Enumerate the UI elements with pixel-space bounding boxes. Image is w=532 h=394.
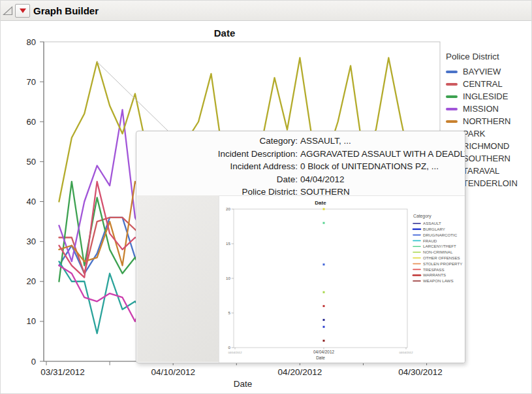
mini-legend-label: WARRANTS — [423, 272, 446, 277]
x-axis-title: Date — [234, 379, 253, 389]
legend-swatch — [446, 71, 458, 73]
tooltip-graphlet-panel: Date0510152004/04/201204/04/201204/04/20… — [219, 195, 465, 363]
mini-y-tick-label: 0 — [228, 345, 231, 350]
legend-swatch — [446, 120, 458, 123]
mini-legend-label: STOLEN PROPERTY — [423, 261, 462, 266]
legend-swatch — [446, 83, 458, 86]
tooltip-row-date: Date: 04/04/2012 — [136, 173, 465, 186]
y-tick-label: 30 — [27, 237, 36, 246]
mini-point-other-offenses[interactable] — [323, 208, 325, 210]
mini-point-drug-narcotic[interactable] — [323, 263, 325, 265]
mini-legend-label: TRESPASS — [423, 267, 445, 272]
x-tick-label: 04/30/2012 — [398, 367, 443, 377]
legend-label: CENTRAL — [463, 79, 503, 89]
mini-point-assault[interactable] — [323, 319, 325, 321]
mini-legend-label: WEAPON LAWS — [423, 278, 454, 283]
legend-item-central[interactable]: CENTRAL — [446, 78, 518, 90]
legend-item-northern[interactable]: NORTHERN — [446, 115, 518, 127]
mini-y-tick-label: 20 — [226, 206, 230, 211]
mini-y-tick-label: 10 — [226, 276, 230, 280]
chart-title: Date — [214, 27, 236, 39]
mini-y-tick-label: 5 — [228, 310, 231, 315]
mini-point-burglary[interactable] — [323, 326, 325, 328]
y-tick-label: 40 — [27, 197, 36, 206]
legend-label: NORTHERN — [463, 116, 510, 126]
legend-label: INGLESIDE — [463, 91, 508, 101]
y-tick-label: 20 — [27, 276, 36, 286]
mini-x-tick-label: 04/04/2012 — [228, 351, 243, 354]
y-tick-label: 0 — [31, 357, 36, 367]
mini-legend-label: BURGLARY — [423, 227, 445, 231]
collapse-triangle-icon[interactable] — [2, 5, 14, 16]
y-tick-label: 70 — [27, 77, 36, 87]
legend-label: MISSION — [463, 104, 499, 114]
mini-point-warrants[interactable] — [323, 305, 325, 307]
mini-chart: Date0510152004/04/201204/04/201204/04/20… — [219, 196, 465, 363]
legend-item-bayview[interactable]: BAYVIEW — [446, 65, 518, 78]
outline-title-bar: Graph Builder — [1, 1, 531, 21]
legend-label: BAYVIEW — [463, 67, 501, 76]
mini-legend-label: DRUG/NARCOTIC — [423, 233, 458, 237]
mini-legend-label: NON-CRIMINAL — [423, 250, 453, 254]
mini-plot-area — [234, 209, 407, 348]
mini-legend-label: LARCENY/THEFT — [423, 244, 456, 248]
legend-label: PARK — [463, 129, 485, 139]
window-title: Graph Builder — [33, 5, 99, 16]
tooltip-row-incident-description: Incident Description: AGGRAVATED ASSAULT… — [136, 148, 465, 161]
legend-label: RICHMOND — [463, 141, 510, 151]
hover-label-tooltip: Category: ASSAULT, ... Incident Descript… — [136, 131, 465, 363]
mini-point-larceny-theft[interactable] — [323, 222, 325, 224]
tooltip-row-incident-address: Incident Address: 0 Block of UNITEDNATIO… — [136, 160, 465, 173]
legend-item-mission[interactable]: MISSION — [446, 103, 518, 115]
mini-legend-label: FRAUD — [423, 238, 437, 243]
tooltip-text-block: Category: ASSAULT, ... Incident Descript… — [136, 131, 465, 199]
mini-x-tick-label: 04/04/2012 — [399, 351, 414, 354]
red-triangle-icon — [20, 8, 26, 13]
y-tick-label: 50 — [27, 157, 36, 167]
tooltip-gray-pane — [137, 195, 219, 362]
mini-legend-title: Category — [413, 214, 431, 219]
mini-legend-label: ASSAULT — [423, 221, 441, 225]
y-tick-label: 10 — [27, 316, 36, 326]
legend-item-ingleside[interactable]: INGLESIDE — [446, 90, 518, 103]
legend-swatch — [446, 95, 458, 98]
mini-point-weapon-laws[interactable] — [323, 340, 325, 342]
legend-label: TENDERLOIN — [463, 178, 518, 188]
x-tick-label: 03/31/2012 — [40, 367, 85, 377]
y-tick-label: 60 — [27, 117, 36, 127]
legend-label: TARAVAL — [463, 166, 499, 176]
x-tick-label: 04/10/2012 — [151, 367, 195, 377]
mini-y-tick-label: 15 — [226, 241, 230, 246]
y-tick-label: 80 — [27, 37, 36, 47]
mini-x-axis-title: Date — [316, 355, 325, 360]
red-triangle-menu-button[interactable] — [15, 4, 30, 18]
mini-chart-title: Date — [315, 200, 326, 206]
mini-legend-label: OTHER OFFENSES — [423, 255, 460, 260]
mini-x-tick-label: 04/04/2012 — [313, 350, 334, 354]
x-tick-label: 04/20/2012 — [278, 367, 322, 377]
graph-builder-window: 0102030405060708003/31/201204/10/201204/… — [0, 0, 532, 394]
legend-title: Police District — [446, 52, 518, 61]
legend-label: SOUTHERN — [463, 154, 510, 163]
mini-point-non-criminal[interactable] — [323, 291, 325, 293]
tooltip-row-category: Category: ASSAULT, ... — [136, 135, 465, 148]
legend-swatch — [446, 108, 458, 110]
